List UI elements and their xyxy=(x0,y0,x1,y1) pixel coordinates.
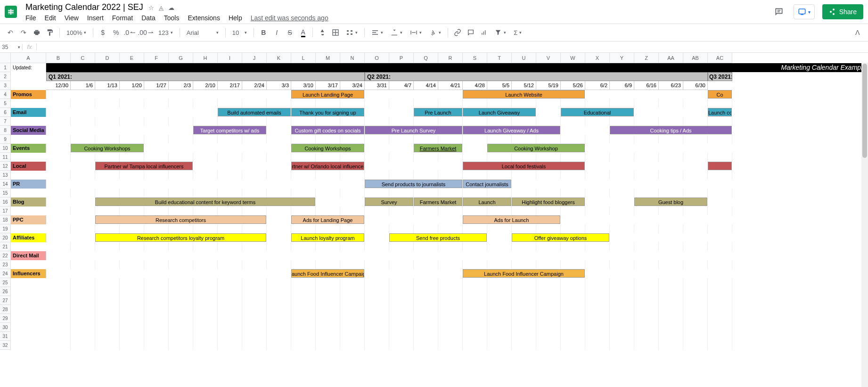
currency-button[interactable]: $ xyxy=(97,27,108,38)
date-cell[interactable]: 1/20 xyxy=(120,81,144,90)
gantt-bar[interactable]: Research competitors xyxy=(95,215,266,224)
gantt-bar[interactable]: Contact journalists xyxy=(463,180,511,188)
column-header[interactable]: W xyxy=(561,53,585,63)
date-cell[interactable]: 4/7 xyxy=(389,81,414,90)
text-color-button[interactable]: A xyxy=(297,27,309,38)
row-header[interactable]: 29 xyxy=(0,314,11,323)
row-header[interactable]: 2 xyxy=(0,72,11,81)
date-cell[interactable]: 2/10 xyxy=(193,81,218,90)
collapse-toolbar-button[interactable]: ᐱ xyxy=(852,27,863,38)
title-bar[interactable]: Marketing Calendar Example xyxy=(46,63,868,72)
gantt-bar[interactable]: Launch Landing Page xyxy=(291,90,364,99)
cloud-icon[interactable]: ☁ xyxy=(168,4,174,11)
row-header[interactable]: 12 xyxy=(0,162,11,171)
gantt-bar[interactable]: Launch Giveaway xyxy=(463,108,536,116)
row-header[interactable]: 31 xyxy=(0,332,11,341)
gantt-bar[interactable]: Send products to journalists xyxy=(365,180,462,188)
paint-format-button[interactable] xyxy=(44,27,56,38)
gantt-bar[interactable]: Launch xyxy=(463,198,511,206)
menu-tools[interactable]: Tools xyxy=(164,14,180,22)
select-all-corner[interactable] xyxy=(0,53,11,63)
column-header[interactable]: Z xyxy=(634,53,659,63)
cell-updated-label[interactable]: Updated: xyxy=(11,63,46,72)
category-label[interactable]: PPC xyxy=(11,215,46,224)
decrease-decimal-button[interactable]: .0 ↼ xyxy=(123,27,136,38)
date-cell[interactable]: 6/2 xyxy=(585,81,610,90)
date-cell[interactable]: 6/16 xyxy=(634,81,659,90)
row-header[interactable]: 18 xyxy=(0,215,11,224)
row-header[interactable]: 17 xyxy=(0,206,11,215)
date-cell[interactable]: 1/6 xyxy=(71,81,95,90)
quarter-q1[interactable]: Q1 2021: xyxy=(46,72,365,81)
row-header[interactable]: 26 xyxy=(0,287,11,296)
comment-button[interactable] xyxy=(465,27,476,38)
row-header[interactable]: 4 xyxy=(0,90,11,99)
halign-button[interactable]: ▾ xyxy=(368,29,386,36)
present-button[interactable]: ▾ xyxy=(794,4,815,19)
row-header[interactable]: 1 xyxy=(0,63,11,72)
menu-edit[interactable]: Edit xyxy=(45,14,56,22)
zoom-dropdown[interactable]: 100%▾ xyxy=(64,29,89,36)
row-header[interactable]: 5 xyxy=(0,99,11,108)
star-icon[interactable]: ☆ xyxy=(148,4,154,11)
gantt-bar[interactable]: Local food festivals xyxy=(463,162,585,170)
column-header[interactable]: B xyxy=(46,53,71,63)
name-box[interactable]: 35▾ xyxy=(0,44,23,50)
gantt-bar[interactable]: Ads for Landing Page xyxy=(291,215,364,224)
date-cell[interactable]: 1/13 xyxy=(95,81,120,90)
date-cell[interactable]: 3/17 xyxy=(316,81,340,90)
row-header[interactable]: 27 xyxy=(0,296,11,305)
date-cell[interactable]: 6/30 xyxy=(683,81,708,90)
format-dropdown[interactable]: 123▾ xyxy=(156,29,176,36)
gantt-bar[interactable]: Launch Giveaway / Ads xyxy=(463,126,560,134)
column-header[interactable]: Y xyxy=(610,53,634,63)
row-header[interactable]: 10 xyxy=(0,144,11,153)
menu-extensions[interactable]: Extensions xyxy=(188,14,220,22)
quarter-q2[interactable]: Q2 2021: xyxy=(365,72,708,81)
column-header[interactable]: AB xyxy=(683,53,708,63)
row-header[interactable]: 19 xyxy=(0,224,11,233)
gantt-bar[interactable]: Ads for Launch xyxy=(463,215,560,224)
functions-button[interactable]: Σ▾ xyxy=(511,29,524,36)
quarter-q3[interactable]: Q3 2021: xyxy=(708,72,732,81)
category-label[interactable]: Promos xyxy=(11,90,46,99)
column-header[interactable]: F xyxy=(144,53,169,63)
gantt-bar[interactable]: Cooking Workshops xyxy=(71,144,144,152)
share-button[interactable]: Share xyxy=(822,4,863,19)
row-header[interactable]: 13 xyxy=(0,171,11,180)
date-cell[interactable]: 2/17 xyxy=(218,81,242,90)
scrollbar-thumb[interactable] xyxy=(862,64,867,158)
gantt-bar[interactable]: Offer giveaway options xyxy=(512,233,609,242)
strikethrough-button[interactable]: S xyxy=(284,27,295,38)
row-header[interactable]: 32 xyxy=(0,341,11,350)
redo-button[interactable]: ↷ xyxy=(18,27,29,38)
rotate-button[interactable]: ▾ xyxy=(426,29,444,36)
row-header[interactable]: 30 xyxy=(0,323,11,332)
filter-button[interactable]: ▾ xyxy=(491,29,509,36)
chart-button[interactable] xyxy=(478,27,490,38)
row-header[interactable]: 15 xyxy=(0,189,11,198)
last-edit-link[interactable]: Last edit was seconds ago xyxy=(251,14,328,22)
row-header[interactable]: 22 xyxy=(0,251,11,260)
gantt-bar[interactable]: Launch loyalty program xyxy=(291,233,364,242)
gantt-bar[interactable]: Pre Launch Survey xyxy=(365,126,462,134)
column-header[interactable]: M xyxy=(316,53,340,63)
undo-button[interactable]: ↶ xyxy=(5,27,16,38)
increase-decimal-button[interactable]: .00 ⇀ xyxy=(138,27,154,38)
font-size-dropdown[interactable]: 10▾ xyxy=(229,29,250,36)
gantt-bar[interactable]: Co xyxy=(708,90,732,99)
wrap-button[interactable]: ▾ xyxy=(407,29,425,36)
gantt-bar[interactable]: aunch Food Influencer Campaig xyxy=(291,269,364,278)
gantt-bar[interactable]: Educational xyxy=(561,108,634,116)
date-cell[interactable]: 3/31 xyxy=(365,81,389,90)
column-header[interactable]: C xyxy=(71,53,95,63)
gantt-bar[interactable]: Launch co xyxy=(708,108,732,116)
column-header[interactable]: H xyxy=(193,53,218,63)
valign-button[interactable]: ▾ xyxy=(388,29,405,36)
row-header[interactable]: 24 xyxy=(0,269,11,278)
font-dropdown[interactable]: Arial▾ xyxy=(184,29,221,36)
column-header[interactable]: X xyxy=(585,53,610,63)
column-header[interactable]: U xyxy=(512,53,536,63)
menu-help[interactable]: Help xyxy=(229,14,242,22)
gantt-bar[interactable]: Custom gift codes on socials xyxy=(291,126,364,134)
